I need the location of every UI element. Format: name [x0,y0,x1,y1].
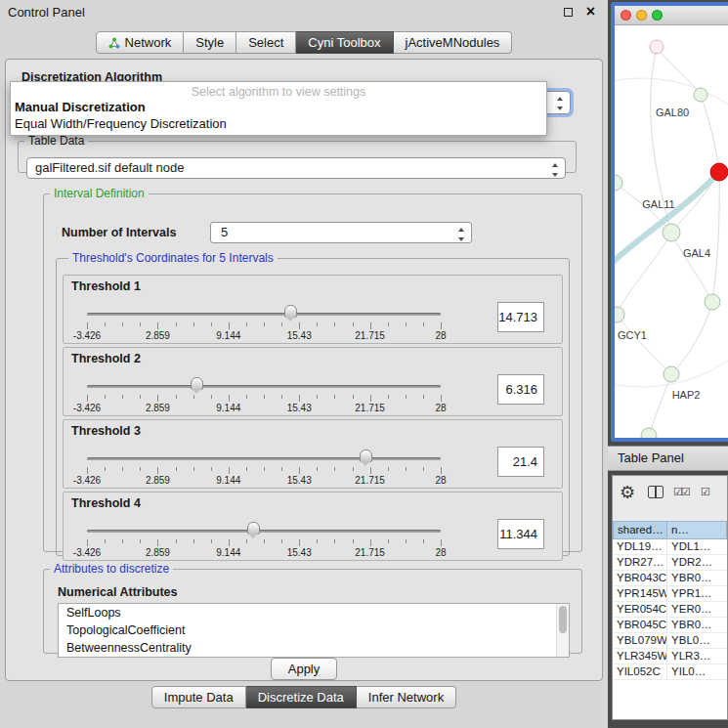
threshold-slider[interactable] [87,377,441,393]
network-node[interactable] [641,428,657,441]
attributes-list[interactable]: SelfLoopsTopologicalCoefficientBetweenne… [58,603,570,658]
slider-thumb[interactable] [247,522,260,535]
table-cell: YDR27… [613,555,667,570]
bottom-tab-bar: Impute DataDiscretize DataInfer Network [0,686,608,708]
table-data-selected-value: galFiltered.sif default node [35,160,184,175]
tick-mark [281,322,282,326]
scale-label: 2.859 [146,403,170,413]
number-of-intervals-value: 5 [221,225,228,239]
attributes-scrollbar[interactable] [556,604,569,657]
network-node[interactable] [615,307,624,322]
tick-mark [317,539,318,543]
apply-button[interactable]: Apply [271,658,337,680]
scrollbar-thumb[interactable] [559,606,567,633]
tab-jactivemnodules[interactable]: jActiveMNodules [394,31,513,54]
table-column-header[interactable]: shared… [613,521,667,539]
slider-thumb[interactable] [360,450,372,462]
table-row[interactable]: YBR045CYBR0… [613,618,727,633]
tab-network[interactable]: Network [96,31,185,54]
table-row[interactable]: YBR043CYBR0… [613,571,727,586]
tick-mark [211,322,212,326]
network-node[interactable] [664,366,679,382]
tab-select[interactable]: Select [236,31,296,54]
bottom-tab-impute-data[interactable]: Impute Data [151,686,246,708]
zoom-traffic-light-icon[interactable] [652,10,663,21]
table-data-group: Table Data galFiltered.sif default node [18,134,577,173]
threshold-value-field[interactable]: 6.316 [497,374,544,405]
table-row[interactable]: YBL079WYBL0… [613,633,727,649]
network-view-window: GAL80 GAL11 GAL4 GCY1 HAP2 [611,2,728,442]
table-panel-toolbar: ⚙ ☑☑ ☑ [613,476,727,519]
selected-network-node[interactable] [710,163,728,181]
table-cell: YBL079W [613,633,667,648]
network-node[interactable] [663,224,680,241]
tick-mark [87,467,88,474]
dropdown-option[interactable]: Equal Width/Frequency Discretization [11,115,546,132]
slider-scale-labels: -3.4262.8599.14415.4321.71528 [87,547,441,559]
gear-icon[interactable]: ⚙ [620,482,635,503]
threshold-value-field[interactable]: 14.713 [497,302,544,332]
number-of-intervals-combobox[interactable]: 5 [210,222,472,243]
control-panel-window: Control Panel × NetworkStyleSelectCyni T… [0,0,608,728]
tick-mark [423,395,424,399]
bottom-tab-infer-network[interactable]: Infer Network [357,686,456,708]
attribute-list-item[interactable]: SelfLoops [59,604,569,621]
close-icon[interactable]: × [586,3,595,21]
slider-thumb[interactable] [284,305,297,318]
scale-label: -3.426 [73,330,101,341]
tick-mark [423,467,424,471]
threshold-panel: Threshold 4-3.4262.8599.14415.4321.71528… [63,492,563,561]
tab-style[interactable]: Style [184,31,236,54]
tab-cyni-toolbox[interactable]: Cyni Toolbox [296,31,393,54]
slider-track [87,457,441,460]
network-nodes [615,40,728,441]
node-label: GAL80 [656,107,689,118]
network-node[interactable] [694,88,707,102]
tick-mark [176,322,177,326]
tab-label: Cyni Toolbox [308,35,380,50]
table-cell: YLR3… [667,649,727,664]
attribute-list-item[interactable]: BetweennessCentrality [59,639,569,657]
threshold-slider[interactable] [87,522,441,537]
tick-mark [370,539,371,546]
threshold-label: Threshold 4 [71,496,141,510]
bottom-tab-discretize-data[interactable]: Discretize Data [246,686,357,708]
titlebar: Control Panel × [0,0,608,25]
algorithm-dropdown-popup: Select algorithm to view settings Manual… [10,81,547,136]
tick-mark [281,539,282,543]
tick-mark [334,322,335,326]
table-data-combobox[interactable]: galFiltered.sif default node [26,157,566,179]
network-canvas[interactable]: GAL80 GAL11 GAL4 GCY1 HAP2 [615,25,728,441]
float-window-icon[interactable] [564,8,573,17]
network-node[interactable] [650,40,664,54]
scale-label: 15.43 [287,475,312,486]
tick-mark [246,322,247,326]
threshold-slider[interactable] [87,450,441,465]
tick-mark [406,322,407,326]
dropdown-option[interactable]: Manual Discretization [11,99,546,115]
slider-thumb[interactable] [191,377,203,390]
table-row[interactable]: YDL19…YDL1… [613,539,727,555]
attribute-list-item[interactable]: TopologicalCoefficient [59,621,569,639]
checkboxes-icon[interactable]: ☑☑ [673,486,689,498]
slider-ticks [87,539,441,547]
tick-mark [157,539,158,546]
bottom-tab-label: Impute Data [164,690,234,705]
node-label: GAL11 [642,198,674,210]
network-node[interactable] [705,294,720,310]
table-row[interactable]: YIL052CYIL0… [613,664,727,680]
table-row[interactable]: YER054CYER0… [613,602,727,618]
minimize-traffic-light-icon[interactable] [636,10,647,21]
table-column-header[interactable]: n… [667,521,727,539]
checkbox-icon[interactable]: ☑ [701,486,708,498]
tick-mark [87,322,88,329]
close-traffic-light-icon[interactable] [621,10,631,21]
table-row[interactable]: YDR27…YDR2… [613,555,727,571]
threshold-value-field[interactable]: 11.344 [497,519,544,549]
table-row[interactable]: YPR145WYPR1… [613,586,727,602]
threshold-value-field[interactable]: 21.4 [497,447,544,477]
columns-icon[interactable] [648,486,664,498]
table-row[interactable]: YLR345WYLR3… [613,649,727,664]
threshold-slider[interactable] [87,305,441,321]
tick-mark [140,467,141,471]
